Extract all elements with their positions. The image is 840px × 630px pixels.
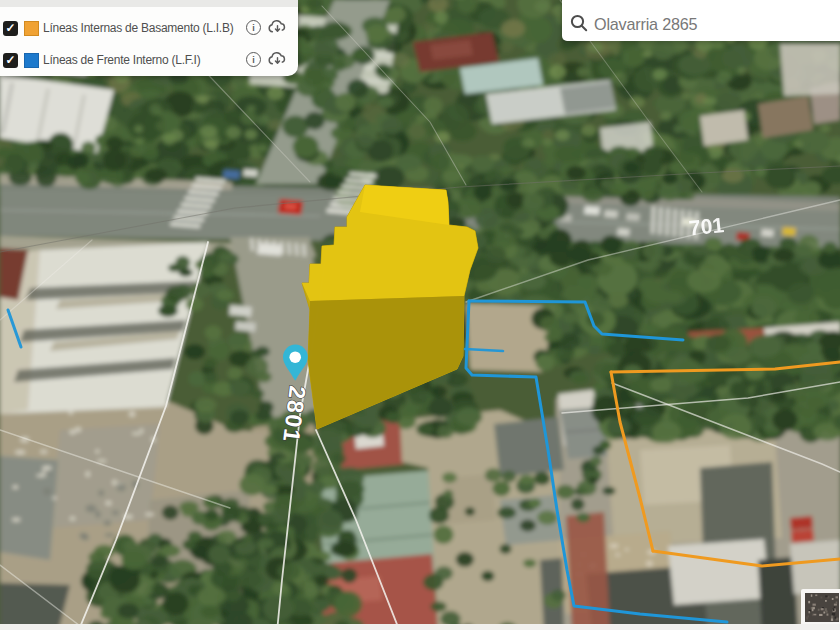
- svg-text:701: 701: [688, 213, 726, 240]
